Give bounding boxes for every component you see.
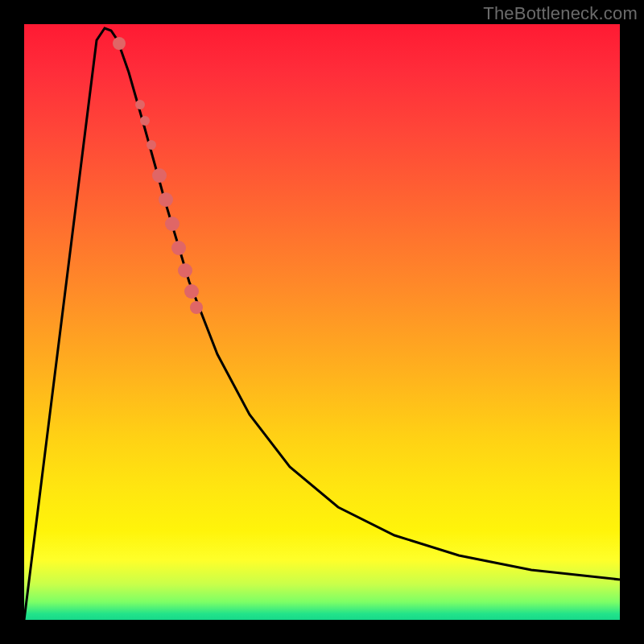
curve-svg (24, 24, 620, 620)
marker-dot (135, 100, 145, 109)
marker-dot (178, 263, 192, 278)
marker-dot (140, 116, 150, 126)
markers-group (113, 37, 203, 314)
marker-dot (147, 140, 156, 150)
marker-dot (159, 192, 173, 207)
watermark-text: TheBottleneck.com (483, 3, 638, 24)
plot-area (24, 24, 620, 620)
chart-frame: TheBottleneck.com (0, 0, 644, 644)
marker-dot (152, 168, 167, 183)
marker-dot (113, 37, 126, 50)
bottleneck-curve (24, 28, 620, 620)
marker-dot (171, 241, 186, 255)
marker-dot (190, 301, 203, 314)
marker-dot (184, 284, 199, 299)
marker-dot (165, 217, 180, 231)
